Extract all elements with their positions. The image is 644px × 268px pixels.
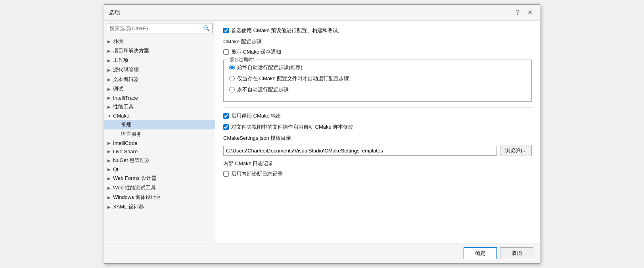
sidebar-item-webforms[interactable]: ▶ Web Forms 设计器: [104, 174, 215, 183]
radio-never-label[interactable]: 永不自动运行配置步骤: [229, 86, 289, 93]
sidebar-item-label: IntelliCode: [113, 140, 212, 146]
sidebar-item-label: 语言服务: [121, 131, 212, 138]
radio-only-when-text: 仅当存在 CMake 配置文件时才自动运行配置步骤: [237, 75, 349, 82]
show-cache-notify-label[interactable]: 显示 CMake 缓存通知: [223, 48, 281, 56]
sidebar-item-webperf[interactable]: ▶ Web 性能测试工具: [104, 183, 215, 193]
sidebar-item-label: 常规: [121, 121, 212, 128]
show-cache-notify-text: 显示 CMake 缓存通知: [231, 48, 281, 56]
cmake-config-section-title: CMake 配置步骤: [223, 38, 532, 45]
sidebar-item-source[interactable]: ▶ 源代码管理: [104, 65, 215, 75]
cmake-preset-row: 首选使用 CMake 预设值进行配置、构建和测试。: [223, 27, 532, 34]
auto-cmake-modify-checkbox[interactable]: [223, 124, 229, 130]
close-button[interactable]: ✕: [525, 8, 535, 17]
radio-only-when-row: 仅当存在 CMake 配置文件时才自动运行配置步骤: [229, 75, 526, 82]
sidebar-item-label: Web 性能测试工具: [113, 184, 212, 191]
sidebar-item-label: IntelliTrace: [113, 95, 212, 101]
sidebar-item-label: 文本编辑器: [113, 76, 212, 83]
sidebar-item-label: 性能工具: [113, 103, 212, 110]
expand-arrow: ▶: [107, 49, 113, 53]
sidebar-item-debug[interactable]: ▶ 调试: [104, 84, 215, 94]
sidebar-item-cmake[interactable]: ▼ CMake: [104, 112, 215, 120]
browse-button[interactable]: 浏览(B)...: [500, 145, 532, 156]
expand-arrow: ▶: [107, 158, 113, 163]
sidebar-item-intellitrace[interactable]: ▶ IntelliTrace: [104, 94, 215, 102]
sidebar-item-label: Windows 窗体设计器: [113, 194, 212, 201]
sidebar-item-label: CMake: [113, 113, 212, 119]
sidebar-item-qt[interactable]: ▶ Qt: [104, 165, 215, 174]
options-dialog: 选项 ? ✕ 🔍 ▶ 环境 ▶ 项目和解决方案: [104, 4, 540, 264]
radio-always-label[interactable]: 始终自动运行配置步骤(推荐): [229, 64, 303, 71]
sidebar-item-label: 调试: [113, 85, 212, 93]
sidebar-item-cmake-general[interactable]: 常规: [104, 120, 215, 129]
sidebar-item-xaml[interactable]: ▶ XAML 设计器: [104, 202, 215, 212]
titlebar-controls: ? ✕: [514, 8, 535, 17]
help-button[interactable]: ?: [514, 8, 522, 17]
cancel-button[interactable]: 取消: [500, 247, 533, 259]
expand-arrow: ▶: [107, 96, 113, 100]
sidebar: 🔍 ▶ 环境 ▶ 项目和解决方案 ▶ 工作项: [104, 21, 215, 243]
expand-arrow: ▶: [107, 105, 113, 109]
auto-cmake-modify-row: 对文件夹视图中的文件操作启用自动 CMake 脚本修改: [223, 123, 532, 131]
sidebar-item-editor[interactable]: ▶ 文本编辑器: [104, 75, 215, 84]
radio-always-text: 始终自动运行配置步骤(推荐): [237, 64, 303, 71]
cmake-preset-checkbox[interactable]: [223, 28, 229, 33]
enable-verbose-checkbox[interactable]: [223, 113, 229, 119]
show-cache-notify-row: 显示 CMake 缓存通知: [223, 48, 532, 56]
sidebar-item-liveshare[interactable]: ▶ Live Share: [104, 147, 215, 156]
sidebar-item-label: Web Forms 设计器: [113, 175, 212, 182]
radio-only-when-label[interactable]: 仅当存在 CMake 配置文件时才自动运行配置步骤: [229, 75, 349, 82]
sidebar-item-cmake-lang[interactable]: 语言服务: [104, 129, 215, 139]
expand-arrow: ▶: [107, 149, 113, 154]
cache-expire-label: 缓存过期时:: [228, 56, 256, 63]
auto-cmake-modify-label[interactable]: 对文件夹视图中的文件操作启用自动 CMake 脚本修改: [223, 123, 353, 131]
sidebar-item-work[interactable]: ▶ 工作项: [104, 56, 215, 65]
expand-arrow: ▶: [107, 195, 113, 200]
enable-diagnostic-row: 启用内部诊断日志记录: [223, 170, 532, 177]
expand-arrow: ▶: [107, 39, 113, 44]
radio-never[interactable]: [229, 87, 235, 93]
expand-arrow: ▶: [107, 68, 113, 72]
enable-diagnostic-label[interactable]: 启用内部诊断日志记录: [223, 170, 283, 177]
radio-always[interactable]: [229, 65, 235, 70]
cmake-preset-text: 首选使用 CMake 预设值进行配置、构建和测试。: [231, 27, 343, 34]
radio-never-row: 永不自动运行配置步骤: [229, 86, 526, 93]
show-cache-notify-checkbox[interactable]: [223, 49, 229, 55]
sidebar-item-winforms[interactable]: ▶ Windows 窗体设计器: [104, 193, 215, 202]
separator1: [223, 107, 532, 108]
sidebar-item-nuget[interactable]: ▶ NuGet 包管理器: [104, 156, 215, 165]
expand-arrow: ▶: [107, 176, 113, 181]
expand-arrow: ▼: [107, 114, 113, 118]
sidebar-item-env[interactable]: ▶ 环境: [104, 37, 215, 46]
expand-arrow: ▶: [107, 58, 113, 63]
radio-only-when[interactable]: [229, 76, 235, 81]
main-content: 首选使用 CMake 预设值进行配置、构建和测试。 CMake 配置步骤 显示 …: [215, 21, 540, 243]
sidebar-item-label: 源代码管理: [113, 66, 212, 73]
internal-log-section-title: 内部 CMake 日志记录: [223, 160, 532, 167]
expand-arrow: ▶: [107, 186, 113, 190]
cache-expire-group: 缓存过期时: 始终自动运行配置步骤(推荐) 仅当存在 CMake 配置文件时才自…: [223, 60, 532, 102]
enable-verbose-row: 启用详细 CMake 输出: [223, 112, 532, 120]
enable-verbose-text: 启用详细 CMake 输出: [231, 112, 281, 120]
sidebar-item-perf[interactable]: ▶ 性能工具: [104, 102, 215, 112]
enable-verbose-label[interactable]: 启用详细 CMake 输出: [223, 112, 281, 120]
radio-never-text: 永不自动运行配置步骤: [237, 86, 289, 93]
sidebar-item-project[interactable]: ▶ 项目和解决方案: [104, 46, 215, 56]
sidebar-item-label: 环境: [113, 38, 212, 45]
auto-cmake-modify-text: 对文件夹视图中的文件操作启用自动 CMake 脚本修改: [231, 123, 353, 131]
expand-arrow: ▶: [107, 141, 113, 145]
sidebar-item-intellicode[interactable]: ▶ IntelliCode: [104, 139, 215, 147]
radio-always-row: 始终自动运行配置步骤(推荐): [229, 64, 526, 71]
titlebar: 选项 ? ✕: [104, 5, 540, 21]
ok-button[interactable]: 确定: [464, 247, 497, 259]
sidebar-item-label: Qt: [113, 166, 212, 172]
search-input[interactable]: [107, 24, 201, 33]
template-path-input[interactable]: [223, 146, 497, 156]
template-dir-section-title: CMakeSettings.json 模板目录: [223, 135, 532, 142]
expand-arrow: ▶: [107, 77, 113, 82]
enable-diagnostic-text: 启用内部诊断日志记录: [231, 170, 283, 177]
enable-diagnostic-checkbox[interactable]: [223, 171, 229, 177]
dialog-title: 选项: [109, 9, 120, 16]
cmake-preset-label[interactable]: 首选使用 CMake 预设值进行配置、构建和测试。: [223, 27, 343, 34]
search-box[interactable]: 🔍: [107, 23, 213, 33]
search-icon[interactable]: 🔍: [201, 23, 212, 33]
